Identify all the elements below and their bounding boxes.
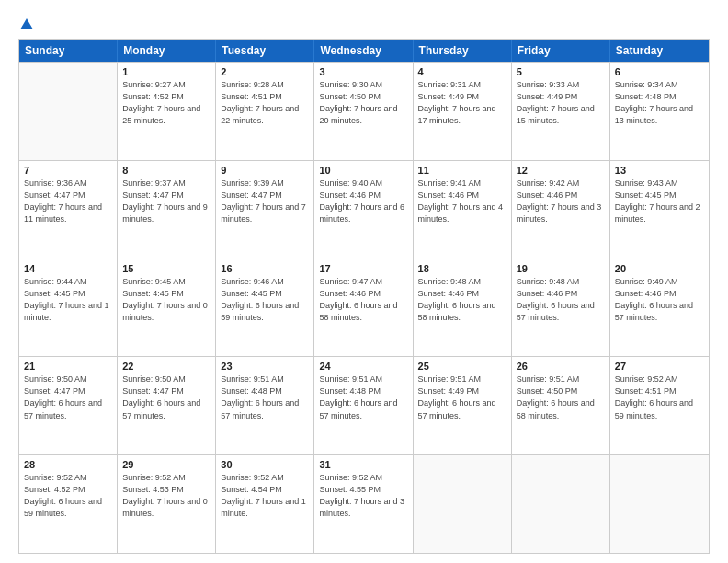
cell-date: 13 <box>615 165 704 176</box>
calendar-cell: 4 Sunrise: 9:31 AMSunset: 4:49 PMDayligh… <box>414 63 512 160</box>
calendar-cell: 28 Sunrise: 9:52 AMSunset: 4:52 PMDaylig… <box>19 455 118 553</box>
logo <box>18 17 34 29</box>
cell-date: 14 <box>24 263 112 274</box>
calendar-cell: 1 Sunrise: 9:27 AMSunset: 4:52 PMDayligh… <box>118 63 216 160</box>
cell-info: Sunrise: 9:34 AMSunset: 4:48 PMDaylight:… <box>615 79 704 127</box>
cell-date: 8 <box>122 165 210 176</box>
cell-info: Sunrise: 9:36 AMSunset: 4:47 PMDaylight:… <box>24 178 112 225</box>
cell-info: Sunrise: 9:43 AMSunset: 4:45 PMDaylight:… <box>615 178 704 225</box>
calendar-cell: 14 Sunrise: 9:44 AMSunset: 4:45 PMDaylig… <box>19 259 118 357</box>
calendar-cell: 26 Sunrise: 9:51 AMSunset: 4:50 PMDaylig… <box>512 357 610 454</box>
cell-info: Sunrise: 9:44 AMSunset: 4:45 PMDaylight:… <box>24 276 112 324</box>
cell-date: 21 <box>24 361 112 372</box>
cell-date: 27 <box>615 361 704 372</box>
cell-date: 30 <box>221 459 309 470</box>
calendar-body: 1 Sunrise: 9:27 AMSunset: 4:52 PMDayligh… <box>19 62 709 553</box>
cell-info: Sunrise: 9:47 AMSunset: 4:46 PMDaylight:… <box>319 276 407 324</box>
svg-marker-0 <box>20 18 33 29</box>
cell-info: Sunrise: 9:46 AMSunset: 4:45 PMDaylight:… <box>221 276 309 324</box>
cell-date: 6 <box>615 66 704 77</box>
calendar-cell: 11 Sunrise: 9:41 AMSunset: 4:46 PMDaylig… <box>414 161 512 259</box>
cell-date: 5 <box>517 66 605 77</box>
cell-date: 28 <box>24 459 112 470</box>
calendar-cell: 31 Sunrise: 9:52 AMSunset: 4:55 PMDaylig… <box>314 455 413 553</box>
calendar-cell: 12 Sunrise: 9:42 AMSunset: 4:46 PMDaylig… <box>512 161 610 259</box>
cell-date: 16 <box>221 263 309 274</box>
cell-date: 2 <box>221 66 309 77</box>
calendar-cell: 6 Sunrise: 9:34 AMSunset: 4:48 PMDayligh… <box>610 63 709 160</box>
cell-date: 17 <box>319 263 407 274</box>
cell-info: Sunrise: 9:40 AMSunset: 4:46 PMDaylight:… <box>319 178 407 225</box>
cell-info: Sunrise: 9:31 AMSunset: 4:49 PMDaylight:… <box>418 79 506 127</box>
calendar-cell: 29 Sunrise: 9:52 AMSunset: 4:53 PMDaylig… <box>118 455 216 553</box>
calendar-cell: 10 Sunrise: 9:40 AMSunset: 4:46 PMDaylig… <box>314 161 413 259</box>
cell-date: 18 <box>418 263 506 274</box>
calendar-cell: 27 Sunrise: 9:52 AMSunset: 4:51 PMDaylig… <box>610 357 709 454</box>
calendar-cell: 13 Sunrise: 9:43 AMSunset: 4:45 PMDaylig… <box>610 161 709 259</box>
header <box>18 17 710 29</box>
day-header-monday: Monday <box>118 40 216 62</box>
cell-info: Sunrise: 9:51 AMSunset: 4:50 PMDaylight:… <box>517 373 605 421</box>
calendar-cell: 30 Sunrise: 9:52 AMSunset: 4:54 PMDaylig… <box>216 455 314 553</box>
day-header-sunday: Sunday <box>19 40 118 62</box>
cell-date: 12 <box>517 165 605 176</box>
cell-date: 20 <box>615 263 704 274</box>
cell-date: 15 <box>122 263 210 274</box>
cell-date: 25 <box>418 361 506 372</box>
cell-info: Sunrise: 9:27 AMSunset: 4:52 PMDaylight:… <box>122 79 210 127</box>
calendar-cell: 22 Sunrise: 9:50 AMSunset: 4:47 PMDaylig… <box>118 357 216 454</box>
week-row-5: 28 Sunrise: 9:52 AMSunset: 4:52 PMDaylig… <box>19 454 709 553</box>
calendar-cell: 2 Sunrise: 9:28 AMSunset: 4:51 PMDayligh… <box>216 63 314 160</box>
calendar-cell: 16 Sunrise: 9:46 AMSunset: 4:45 PMDaylig… <box>216 259 314 357</box>
cell-date: 22 <box>122 361 210 372</box>
day-header-tuesday: Tuesday <box>216 40 314 62</box>
day-header-thursday: Thursday <box>414 40 512 62</box>
cell-info: Sunrise: 9:52 AMSunset: 4:53 PMDaylight:… <box>122 472 210 520</box>
day-header-wednesday: Wednesday <box>314 40 413 62</box>
calendar-cell: 5 Sunrise: 9:33 AMSunset: 4:49 PMDayligh… <box>512 63 610 160</box>
calendar-cell: 20 Sunrise: 9:49 AMSunset: 4:46 PMDaylig… <box>610 259 709 357</box>
cell-info: Sunrise: 9:33 AMSunset: 4:49 PMDaylight:… <box>517 79 605 127</box>
cell-info: Sunrise: 9:51 AMSunset: 4:48 PMDaylight:… <box>221 373 309 421</box>
calendar-cell: 19 Sunrise: 9:48 AMSunset: 4:46 PMDaylig… <box>512 259 610 357</box>
calendar-cell: 8 Sunrise: 9:37 AMSunset: 4:47 PMDayligh… <box>118 161 216 259</box>
calendar-header: SundayMondayTuesdayWednesdayThursdayFrid… <box>19 40 709 62</box>
cell-info: Sunrise: 9:39 AMSunset: 4:47 PMDaylight:… <box>221 178 309 225</box>
cell-date: 11 <box>418 165 506 176</box>
cell-date: 19 <box>517 263 605 274</box>
calendar-cell: 18 Sunrise: 9:48 AMSunset: 4:46 PMDaylig… <box>414 259 512 357</box>
week-row-2: 7 Sunrise: 9:36 AMSunset: 4:47 PMDayligh… <box>19 160 709 259</box>
calendar-cell: 23 Sunrise: 9:51 AMSunset: 4:48 PMDaylig… <box>216 357 314 454</box>
cell-info: Sunrise: 9:52 AMSunset: 4:55 PMDaylight:… <box>319 472 407 520</box>
calendar-cell: 3 Sunrise: 9:30 AMSunset: 4:50 PMDayligh… <box>314 63 413 160</box>
cell-info: Sunrise: 9:37 AMSunset: 4:47 PMDaylight:… <box>122 178 210 225</box>
week-row-1: 1 Sunrise: 9:27 AMSunset: 4:52 PMDayligh… <box>19 62 709 160</box>
cell-info: Sunrise: 9:50 AMSunset: 4:47 PMDaylight:… <box>24 373 112 421</box>
cell-info: Sunrise: 9:52 AMSunset: 4:51 PMDaylight:… <box>615 373 704 421</box>
cell-date: 1 <box>122 66 210 77</box>
cell-date: 9 <box>221 165 309 176</box>
calendar-container: SundayMondayTuesdayWednesdayThursdayFrid… <box>18 39 710 554</box>
cell-date: 7 <box>24 165 112 176</box>
calendar-page: SundayMondayTuesdayWednesdayThursdayFrid… <box>0 0 728 563</box>
day-header-friday: Friday <box>512 40 610 62</box>
cell-info: Sunrise: 9:50 AMSunset: 4:47 PMDaylight:… <box>122 373 210 421</box>
cell-date: 4 <box>418 66 506 77</box>
cell-date: 31 <box>319 459 407 470</box>
cell-info: Sunrise: 9:48 AMSunset: 4:46 PMDaylight:… <box>418 276 506 324</box>
cell-info: Sunrise: 9:52 AMSunset: 4:52 PMDaylight:… <box>24 472 112 520</box>
cell-date: 3 <box>319 66 407 77</box>
cell-info: Sunrise: 9:42 AMSunset: 4:46 PMDaylight:… <box>517 178 605 225</box>
calendar-cell <box>414 455 512 553</box>
cell-date: 23 <box>221 361 309 372</box>
cell-info: Sunrise: 9:41 AMSunset: 4:46 PMDaylight:… <box>418 178 506 225</box>
calendar-cell: 15 Sunrise: 9:45 AMSunset: 4:45 PMDaylig… <box>118 259 216 357</box>
calendar-cell <box>610 455 709 553</box>
cell-date: 10 <box>319 165 407 176</box>
cell-info: Sunrise: 9:52 AMSunset: 4:54 PMDaylight:… <box>221 472 309 520</box>
calendar-cell <box>19 63 118 160</box>
cell-info: Sunrise: 9:28 AMSunset: 4:51 PMDaylight:… <box>221 79 309 127</box>
calendar-cell: 7 Sunrise: 9:36 AMSunset: 4:47 PMDayligh… <box>19 161 118 259</box>
cell-date: 29 <box>122 459 210 470</box>
day-header-saturday: Saturday <box>610 40 709 62</box>
